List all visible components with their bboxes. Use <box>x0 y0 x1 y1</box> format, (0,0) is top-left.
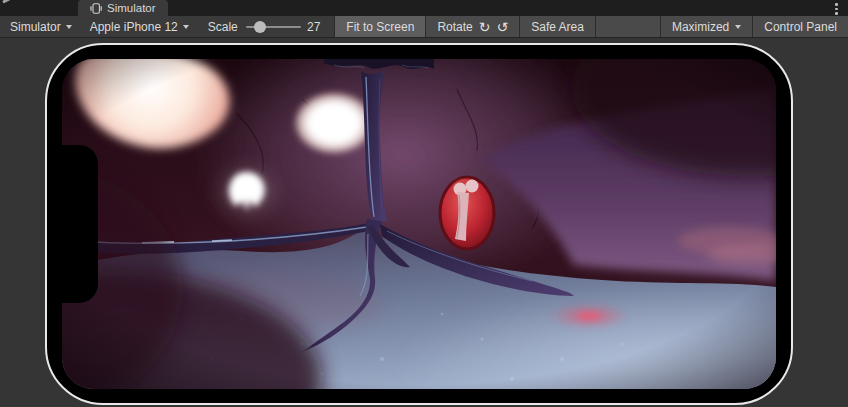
empty-segment <box>596 16 660 37</box>
device-screen[interactable] <box>62 59 776 389</box>
view-controls-group: Fit to Screen Rotate ↻ ↺ Safe Area <box>334 16 660 37</box>
chevron-down-icon <box>735 25 741 29</box>
maximized-label: Maximized <box>672 20 729 34</box>
simulator-menu-dropdown[interactable]: Simulator <box>7 20 75 34</box>
tab-simulator[interactable]: Simulator <box>78 0 168 16</box>
tab-bar: Simulator <box>0 0 848 16</box>
simulator-menu-label: Simulator <box>10 20 61 34</box>
device-icon <box>90 3 102 14</box>
kebab-menu-icon[interactable] <box>832 2 841 16</box>
slider-handle[interactable] <box>254 21 266 33</box>
scale-value: 27 <box>301 20 320 34</box>
vignette <box>62 59 776 389</box>
scale-slider[interactable] <box>246 20 301 34</box>
chevron-down-icon <box>66 25 72 29</box>
rotate-clockwise-icon[interactable]: ↻ <box>479 20 491 34</box>
rotate-controls: Rotate ↻ ↺ <box>426 16 520 37</box>
tab-label: Simulator <box>107 2 156 14</box>
device-dropdown-label: Apple iPhone 12 <box>90 20 178 34</box>
control-panel-button[interactable]: Control Panel <box>753 16 848 37</box>
scale-label: Scale <box>208 20 238 34</box>
maximized-dropdown[interactable]: Maximized <box>661 16 753 37</box>
toolbar: Simulator Apple iPhone 12 Scale 27 Fit t… <box>0 16 848 38</box>
device-dropdown[interactable]: Apple iPhone 12 <box>87 20 192 34</box>
chevron-down-icon <box>183 25 189 29</box>
safe-area-button[interactable]: Safe Area <box>520 16 596 37</box>
window-chrome-fragment <box>2 0 18 4</box>
rotate-counterclockwise-icon[interactable]: ↺ <box>496 20 508 34</box>
window-controls-group: Maximized Control Panel <box>660 16 848 37</box>
notch <box>62 145 98 303</box>
game-scene <box>62 59 776 389</box>
fit-to-screen-button[interactable]: Fit to Screen <box>335 16 426 37</box>
rotate-label: Rotate <box>437 20 472 34</box>
iphone-12-frame <box>45 43 793 405</box>
simulator-viewport <box>0 38 848 407</box>
